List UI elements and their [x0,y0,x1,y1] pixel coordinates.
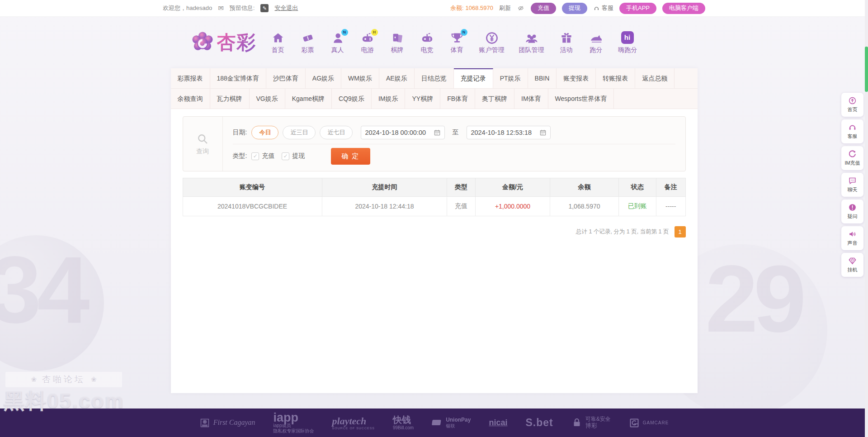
nav-item-egames[interactable]: H电游 [360,31,375,54]
sidebar-button-疑问[interactable]: 疑问 [841,200,863,223]
tab-沙巴体育[interactable]: 沙巴体育 [266,68,306,88]
report-tabs-row-1: 彩票报表188金宝博体育沙巴体育AG娱乐WM娱乐AE娱乐日结总览充提记录PT娱乐… [171,68,698,89]
calendar-icon[interactable] [434,129,441,136]
mobile-app-button[interactable]: 手机APP [619,3,656,14]
nav-item-lottery[interactable]: 彩票 [300,31,316,54]
eye-off-icon[interactable] [517,5,525,11]
footer-logo-subtext: 99Bill.com [393,425,414,431]
pc-client-button[interactable]: 电脑客户端 [662,3,705,14]
refresh-link[interactable]: 刷新 [499,4,511,12]
confirm-button[interactable]: 确 定 [331,148,370,165]
tab-WM娱乐[interactable]: WM娱乐 [341,68,379,88]
chat-icon [848,176,857,185]
page-scrollbar[interactable] [865,0,868,437]
nav-item-esports[interactable]: 电竞 [420,31,435,54]
edit-icon[interactable]: ✎ [260,4,269,12]
date-to-input[interactable]: 2024-10-18 12:53:18 [467,126,551,139]
tab-VG娱乐[interactable]: VG娱乐 [250,89,285,109]
nav-item-promo[interactable]: 活动 [559,31,574,54]
card-icon [432,417,443,428]
nav-item-home[interactable]: 首页 [270,31,286,54]
watermark-forum-text: 杏啪论坛 [42,374,85,385]
to-label: 至 [452,128,458,137]
checkbox-icon[interactable]: ✓ [251,152,259,160]
hi-icon: hi [621,31,635,45]
filter-box: 查询 日期: 今日近三日近七日 2024-10-18 00:00:00 至 20… [183,116,686,171]
tab-PT娱乐[interactable]: PT娱乐 [493,68,528,88]
watermark-forum-box: ❀ 杏啪论坛 ❀ [5,372,122,387]
quick-date-近七日[interactable]: 近七日 [320,126,353,139]
tab-AE娱乐[interactable]: AE娱乐 [379,68,415,88]
footer-logo-nicai: nicai [489,418,507,428]
footer-logo-99bill: 快钱99Bill.com [393,415,414,431]
date-from-input[interactable]: 2024-10-18 00:00:00 [361,126,445,139]
nav-item-live[interactable]: N真人 [330,31,345,54]
footer-logo-text: 可靠&安全 [585,416,611,423]
checkbox-icon[interactable]: ✓ [282,152,289,160]
quick-date-近三日[interactable]: 近三日 [283,126,316,139]
date-from-value: 2024-10-18 00:00:00 [365,129,426,136]
logout-link[interactable]: 安全退出 [274,4,298,12]
tab-账变报表[interactable]: 账变报表 [557,68,596,88]
tab-Kgame棋牌[interactable]: Kgame棋牌 [285,89,332,109]
quick-date-今日[interactable]: 今日 [251,126,278,139]
tab-CQ9娱乐[interactable]: CQ9娱乐 [332,89,372,109]
sidebar-button-label: 声音 [848,240,858,247]
type-checkbox-提现[interactable]: ✓提现 [282,152,305,160]
nav-item-sports[interactable]: N体育 [449,31,465,54]
tab-BBIN[interactable]: BBIN [528,68,557,88]
withdraw-button[interactable]: 提现 [562,3,587,14]
footer-logo-text: nicai [489,418,507,428]
ticket-icon [301,31,315,45]
rhino-icon [590,31,603,45]
sidebar-button-声音[interactable]: 声音 [841,226,863,250]
footer-logo-sbet: S.bet [526,417,553,428]
customer-service-link[interactable]: 客服 [593,4,613,12]
footer-logo-subtext: SOURCE OF SUCCESS [332,427,375,430]
cell-id: 20241018VBCGCBIDEE [183,197,322,216]
sidebar-button-聊天[interactable]: 聊天 [841,173,863,197]
nav-item-chess[interactable]: 棋牌 [390,31,405,54]
sidebar-button-IM充值[interactable]: IM充值 [841,146,863,170]
calendar-icon[interactable] [539,129,547,136]
type-checkbox-充值[interactable]: ✓充值 [251,152,274,160]
tab-返点总额[interactable]: 返点总额 [635,68,675,88]
tab-余额查询[interactable]: 余额查询 [171,89,210,109]
footer-logo-gamcare: GAMCARE [629,418,669,428]
team-icon [525,31,538,45]
tab-转账报表[interactable]: 转账报表 [596,68,635,88]
site-logo[interactable]: 杏彩 [190,30,257,55]
tab-Wesports世界体育[interactable]: Wesports世界体育 [548,89,614,109]
tab-AG娱乐[interactable]: AG娱乐 [306,68,341,88]
sidebar-button-label: 疑问 [848,213,858,220]
tab-日结总览[interactable]: 日结总览 [415,68,454,88]
nav-item-paofen[interactable]: 跑分 [589,31,604,54]
records-panel: 彩票报表188金宝博体育沙巴体育AG娱乐WM娱乐AE娱乐日结总览充提记录PT娱乐… [171,68,698,393]
sidebar-button-首页[interactable]: 首页 [841,93,863,117]
tab-YY棋牌[interactable]: YY棋牌 [405,89,440,109]
footer-logo-unionpay: UnionPay银联 [432,417,471,428]
nav-item-team[interactable]: 团队管理 [519,31,544,54]
deposit-button[interactable]: 充值 [531,3,556,14]
nav-item-account[interactable]: 账户管理 [479,31,505,54]
tab-188金宝博体育[interactable]: 188金宝博体育 [210,68,266,88]
sidebar-button-客服[interactable]: 客服 [841,119,863,143]
tab-IM娱乐[interactable]: IM娱乐 [372,89,406,109]
tab-瓦力棋牌[interactable]: 瓦力棋牌 [210,89,250,109]
date-to-value: 2024-10-18 12:53:18 [471,129,532,136]
tab-奥丁棋牌[interactable]: 奥丁棋牌 [475,89,514,109]
nav-label: 首页 [272,46,284,54]
message-icon[interactable]: ✉ [218,4,224,12]
nav-item-hipaofen[interactable]: hi嗨跑分 [618,31,637,54]
watermark-site-text: 黑料05.com [4,387,124,415]
sidebar-button-挂机[interactable]: 挂机 [841,253,863,277]
tab-FB体育[interactable]: FB体育 [440,89,475,109]
nav-label: 活动 [560,46,573,54]
checkbox-label: 充值 [262,152,274,160]
tab-IM体育[interactable]: IM体育 [514,89,548,109]
tab-彩票报表[interactable]: 彩票报表 [171,68,210,88]
tab-充提记录[interactable]: 充提记录 [454,68,493,88]
page-1-button[interactable]: 1 [675,226,686,238]
scrollbar-thumb[interactable] [865,47,868,92]
background-number: 34 [0,235,85,345]
